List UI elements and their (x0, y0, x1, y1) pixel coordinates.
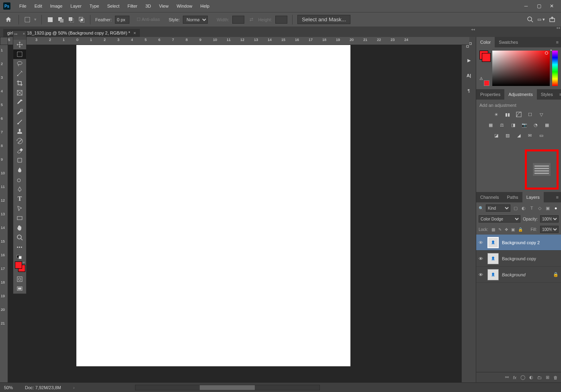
status-expand-icon[interactable]: › (73, 385, 75, 390)
quick-selection-tool[interactable] (13, 69, 26, 78)
black-white-icon[interactable]: ◨ (510, 121, 517, 129)
menu-select[interactable]: Select (103, 4, 124, 8)
exposure-icon[interactable]: ☐ (526, 111, 534, 118)
tab-channels[interactable]: Channels (476, 192, 503, 202)
menu-edit[interactable]: Edit (31, 4, 46, 8)
menu-view[interactable]: View (155, 4, 173, 8)
menu-3d[interactable]: 3D (141, 4, 155, 8)
photo-filter-icon[interactable]: 📷 (521, 121, 528, 129)
filter-type-icon[interactable]: T (529, 205, 534, 211)
type-tool[interactable]: T (13, 194, 26, 204)
lock-pixels-icon[interactable]: ✎ (498, 227, 502, 232)
home-button[interactable] (3, 14, 14, 25)
lock-position-icon[interactable]: ✥ (505, 227, 508, 232)
link-layers-icon[interactable]: ⚯ (505, 375, 509, 380)
menu-image[interactable]: Image (46, 4, 67, 8)
layer-name-label[interactable]: Background copy (502, 256, 559, 261)
layer-thumbnail[interactable]: 👤 (487, 253, 499, 264)
clone-stamp-tool[interactable] (13, 127, 26, 136)
horizontal-scrollbar[interactable] (135, 385, 320, 390)
zoom-level[interactable]: 50% (4, 385, 13, 390)
frame-tool[interactable] (13, 88, 26, 98)
menu-window[interactable]: Window (172, 4, 196, 8)
tab-adjustments[interactable]: Adjustments (504, 89, 537, 100)
ruler-horizontal[interactable]: 5432101234567891011121314151617181920212… (8, 37, 469, 45)
dodge-tool[interactable] (13, 175, 26, 184)
color-panel-menu-icon[interactable]: ≡ (554, 40, 561, 45)
layer-visibility-icon[interactable]: 👁 (479, 240, 484, 245)
brush-tool[interactable] (13, 117, 26, 127)
play-panel-icon[interactable]: ▶ (465, 56, 473, 64)
eraser-tool[interactable] (13, 146, 26, 155)
blur-tool[interactable] (13, 165, 26, 175)
layer-name-label[interactable]: Background (502, 272, 550, 277)
tab-paths[interactable]: Paths (503, 192, 522, 202)
layer-row[interactable]: 👁👤Background copy 2 (476, 235, 561, 251)
quick-mask-tool[interactable] (13, 274, 26, 284)
pen-tool[interactable] (13, 184, 26, 194)
delete-layer-icon[interactable]: 🗑 (553, 375, 558, 380)
gradient-map-icon[interactable]: ▭ (538, 132, 545, 139)
highlighted-panel-menu[interactable] (525, 149, 559, 190)
subtract-selection-icon[interactable] (68, 16, 75, 23)
levels-icon[interactable]: ▮▮ (504, 111, 511, 118)
channel-mixer-icon[interactable]: ◔ (532, 121, 539, 129)
default-colors-icon[interactable] (13, 254, 26, 260)
share-icon[interactable] (549, 16, 555, 23)
gradient-tool[interactable] (13, 155, 26, 165)
layer-thumbnail[interactable]: 👤 (487, 269, 499, 280)
rectangle-tool[interactable] (13, 213, 26, 223)
layer-name-label[interactable]: Background copy 2 (502, 240, 559, 245)
canvas-area[interactable] (8, 45, 461, 382)
hue-saturation-icon[interactable]: ▦ (487, 121, 494, 129)
layer-thumbnail[interactable]: 👤 (487, 237, 499, 248)
new-selection-icon[interactable] (47, 16, 54, 23)
lasso-tool[interactable] (13, 59, 26, 69)
vibrance-icon[interactable]: ▽ (538, 111, 545, 118)
layers-panel-menu-icon[interactable]: ≡ (554, 195, 561, 200)
lock-artboard-icon[interactable]: ▣ (511, 227, 515, 232)
select-and-mask-button[interactable]: Select and Mask... (297, 15, 350, 24)
menu-help[interactable]: Help (197, 4, 214, 8)
selective-color-icon[interactable]: ✉ (526, 132, 534, 139)
window-close[interactable]: ✕ (549, 3, 555, 9)
workspace-switcher-icon[interactable]: ▭ ▾ (537, 17, 545, 22)
marquee-tool-icon[interactable] (24, 16, 31, 23)
intersect-selection-icon[interactable] (78, 16, 85, 23)
layer-visibility-icon[interactable]: 👁 (479, 272, 484, 277)
nearest-color-swatch[interactable] (484, 80, 489, 86)
filter-smart-icon[interactable]: ▣ (545, 205, 551, 211)
feather-input[interactable] (115, 16, 129, 24)
character-panel-icon[interactable]: A| (465, 71, 473, 80)
canvas[interactable] (76, 45, 350, 366)
threshold-icon[interactable]: ◢ (515, 132, 522, 139)
hand-tool[interactable] (13, 223, 26, 233)
opacity-select[interactable]: 100% (540, 215, 559, 223)
layer-visibility-icon[interactable]: 👁 (479, 256, 484, 261)
window-maximize[interactable]: ▢ (536, 3, 542, 9)
new-fill-icon[interactable]: ◐ (529, 375, 533, 380)
ruler-vertical[interactable]: 123456789101112131415161718192021 (0, 45, 8, 382)
filter-toggle-icon[interactable]: ● (553, 205, 559, 211)
filter-adjustment-icon[interactable]: ◐ (521, 205, 526, 211)
blend-mode-select[interactable]: Color Dodge (479, 215, 520, 223)
menu-filter[interactable]: Filter (123, 4, 141, 8)
healing-brush-tool[interactable] (13, 107, 26, 117)
edit-toolbar-button[interactable]: ••• (13, 242, 26, 252)
history-brush-tool[interactable] (13, 136, 26, 146)
layer-row[interactable]: 👁👤Background copy (476, 251, 561, 267)
color-balance-icon[interactable]: ⚖ (498, 121, 506, 129)
curves-icon[interactable] (515, 111, 522, 118)
menu-icon[interactable] (533, 163, 551, 176)
panels-collapse-icon[interactable]: ◂◂ (556, 26, 560, 30)
swap-colors-icon[interactable]: ⤺ (23, 261, 25, 264)
search-icon[interactable] (527, 16, 533, 23)
rectangular-marquee-tool[interactable] (13, 49, 26, 59)
eyedropper-tool[interactable] (13, 98, 26, 107)
filter-pixel-icon[interactable]: ▢ (513, 205, 518, 211)
lock-all-icon[interactable]: 🔒 (518, 227, 523, 232)
hue-slider[interactable] (552, 51, 558, 86)
lock-transparency-icon[interactable]: ▩ (491, 227, 495, 232)
brightness-contrast-icon[interactable]: ☀ (493, 111, 500, 118)
tab-properties[interactable]: Properties (476, 89, 504, 100)
